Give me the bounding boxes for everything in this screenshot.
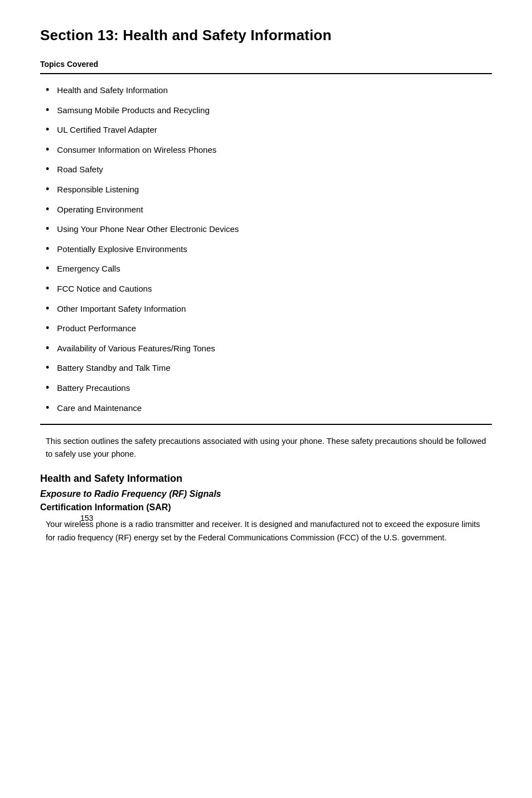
list-item-text: Potentially Explosive Environments [57, 243, 187, 255]
list-item: •Product Performance [46, 322, 492, 335]
list-item: •Emergency Calls [46, 263, 492, 275]
topics-covered-label: Topics Covered [40, 60, 492, 69]
list-item: •Availability of Various Features/Ring T… [46, 342, 492, 355]
bullet-icon: • [46, 362, 49, 374]
list-item-text: Operating Environment [57, 204, 143, 215]
list-item-text: Battery Standby and Talk Time [57, 362, 170, 374]
health-safety-heading: Health and Safety Information [40, 473, 492, 485]
list-item-text: Battery Precautions [57, 382, 130, 394]
list-item: •Samsung Mobile Products and Recycling [46, 104, 492, 117]
bullet-icon: • [46, 342, 49, 355]
list-item: •Battery Precautions [46, 382, 492, 394]
list-item-text: Samsung Mobile Products and Recycling [57, 104, 209, 116]
list-item-text: FCC Notice and Cautions [57, 283, 152, 294]
bullet-icon: • [46, 183, 49, 196]
list-item: •Consumer Information on Wireless Phones [46, 144, 492, 156]
list-item: •FCC Notice and Cautions [46, 283, 492, 295]
bullet-icon: • [46, 104, 49, 117]
bullet-icon: • [46, 144, 49, 156]
exposure-heading: Exposure to Radio Frequency (RF) Signals [40, 489, 492, 499]
bottom-divider [40, 424, 492, 425]
bullet-icon: • [46, 124, 49, 136]
list-item-text: Availability of Various Features/Ring To… [57, 342, 215, 354]
bullet-icon: • [46, 303, 49, 315]
bullet-icon: • [46, 283, 49, 295]
page-title: Section 13: Health and Safety Informatio… [40, 27, 492, 44]
list-item: •Road Safety [46, 163, 492, 176]
bullet-icon: • [46, 263, 49, 275]
list-item: •Responsible Listening [46, 183, 492, 196]
list-item-text: Consumer Information on Wireless Phones [57, 144, 216, 156]
list-item: •Other Important Safety Information [46, 303, 492, 315]
list-item: •Battery Standby and Talk Time [46, 362, 492, 374]
bullet-icon: • [46, 402, 49, 414]
list-item: •Operating Environment [46, 204, 492, 216]
top-divider [40, 73, 492, 74]
intro-text: This section outlines the safety precaut… [46, 435, 486, 461]
bullet-icon: • [46, 223, 49, 235]
page-number: 153 [80, 514, 93, 523]
list-item: •Potentially Explosive Environments [46, 243, 492, 255]
list-item-text: Other Important Safety Information [57, 303, 186, 315]
list-item-text: Responsible Listening [57, 183, 139, 195]
certification-heading: Certification Information (SAR) [40, 502, 492, 512]
certification-text: Your wireless phone is a radio transmitt… [46, 518, 486, 545]
list-item-text: Road Safety [57, 163, 103, 175]
list-item-text: Using Your Phone Near Other Electronic D… [57, 223, 239, 235]
topics-list: •Health and Safety Information•Samsung M… [46, 84, 492, 414]
list-item-text: Product Performance [57, 322, 136, 334]
list-item: •Health and Safety Information [46, 84, 492, 96]
list-item-text: UL Certified Travel Adapter [57, 124, 157, 136]
list-item-text: Health and Safety Information [57, 84, 167, 96]
list-item: •Using Your Phone Near Other Electronic … [46, 223, 492, 235]
bullet-icon: • [46, 382, 49, 394]
list-item: •UL Certified Travel Adapter [46, 124, 492, 136]
list-item-text: Emergency Calls [57, 263, 120, 274]
list-item-text: Care and Maintenance [57, 402, 142, 414]
list-item: •Care and Maintenance [46, 402, 492, 414]
bullet-icon: • [46, 84, 49, 96]
bullet-icon: • [46, 243, 49, 255]
bullet-icon: • [46, 204, 49, 216]
bullet-icon: • [46, 163, 49, 176]
bullet-icon: • [46, 322, 49, 335]
